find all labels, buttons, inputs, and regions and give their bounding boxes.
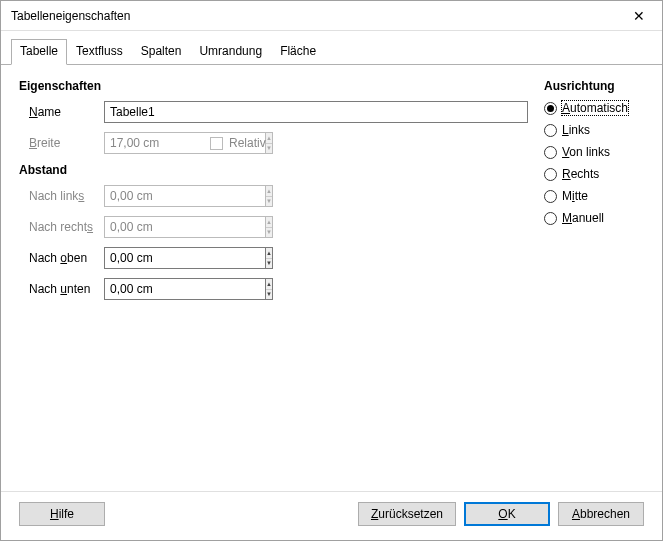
dialog-window: Tabelleneigenschaften ✕ Tabelle Textflus… — [0, 0, 663, 541]
titlebar: Tabelleneigenschaften ✕ — [1, 1, 662, 31]
ok-button[interactable]: OK — [464, 502, 550, 526]
close-button[interactable]: ✕ — [616, 1, 662, 31]
label-nach-links: Nach links — [19, 189, 104, 203]
spin-down-icon[interactable]: ▼ — [266, 259, 272, 269]
nach-oben-input[interactable] — [104, 247, 265, 269]
nach-rechts-spin-buttons: ▲ ▼ — [265, 216, 273, 238]
nach-rechts-spinner: ▲ ▼ — [104, 216, 192, 238]
relativ-checkbox-wrap: Relativ — [210, 136, 266, 150]
reset-button[interactable]: Zurücksetzen — [358, 502, 456, 526]
radio-label-von-links: Von links — [562, 145, 610, 159]
radio-label-mitte: Mitte — [562, 189, 588, 203]
breite-spinner: ▲ ▼ — [104, 132, 192, 154]
tab-umrandung[interactable]: Umrandung — [190, 39, 271, 65]
align-radio-group: Automatisch Links Von links Rechts Mitte — [544, 101, 644, 225]
nach-unten-spinner[interactable]: ▲ ▼ — [104, 278, 192, 300]
help-button[interactable]: Hilfe — [19, 502, 105, 526]
radio-label-rechts: Rechts — [562, 167, 599, 181]
row-nach-rechts: Nach rechts ▲ ▼ — [19, 216, 528, 238]
tab-strip: Tabelle Textfluss Spalten Umrandung Fläc… — [1, 31, 662, 65]
radio-circle-icon — [544, 102, 557, 115]
spin-up-icon: ▲ — [266, 133, 272, 144]
spin-up-icon: ▲ — [266, 186, 272, 197]
nach-unten-input[interactable] — [104, 278, 265, 300]
radio-label-manuell: Manuell — [562, 211, 604, 225]
right-column: Ausrichtung Automatisch Links Von links … — [544, 75, 644, 481]
radio-circle-icon — [544, 168, 557, 181]
radio-von-links[interactable]: Von links — [544, 145, 644, 159]
radio-label-links: Links — [562, 123, 590, 137]
label-breite: Breite — [19, 136, 104, 150]
radio-circle-icon — [544, 212, 557, 225]
nach-oben-spinner[interactable]: ▲ ▼ — [104, 247, 192, 269]
nach-oben-spin-buttons[interactable]: ▲ ▼ — [265, 247, 273, 269]
radio-circle-icon — [544, 146, 557, 159]
section-eigenschaften: Eigenschaften — [19, 79, 528, 93]
tab-tabelle[interactable]: Tabelle — [11, 39, 67, 65]
spin-down-icon: ▼ — [266, 197, 272, 207]
section-ausrichtung: Ausrichtung — [544, 79, 644, 93]
row-nach-links: Nach links ▲ ▼ — [19, 185, 528, 207]
nach-links-input — [104, 185, 265, 207]
spin-down-icon: ▼ — [266, 228, 272, 238]
label-nach-rechts: Nach rechts — [19, 220, 104, 234]
spin-up-icon: ▲ — [266, 217, 272, 228]
cancel-button[interactable]: Abbrechen — [558, 502, 644, 526]
radio-circle-icon — [544, 124, 557, 137]
name-input[interactable] — [104, 101, 528, 123]
tab-textfluss[interactable]: Textfluss — [67, 39, 132, 65]
nach-rechts-input — [104, 216, 265, 238]
radio-manuell[interactable]: Manuell — [544, 211, 644, 225]
nach-links-spin-buttons: ▲ ▼ — [265, 185, 273, 207]
radio-automatisch[interactable]: Automatisch — [544, 101, 644, 115]
spin-down-icon: ▼ — [266, 144, 272, 154]
tab-flaeche[interactable]: Fläche — [271, 39, 325, 65]
close-icon: ✕ — [633, 8, 645, 24]
radio-rechts[interactable]: Rechts — [544, 167, 644, 181]
label-nach-oben: Nach oben — [19, 251, 104, 265]
radio-label-auto: Automatisch — [562, 101, 628, 115]
nach-unten-spin-buttons[interactable]: ▲ ▼ — [265, 278, 273, 300]
spin-up-icon[interactable]: ▲ — [266, 248, 272, 259]
row-name: Name — [19, 101, 528, 123]
row-breite: Breite ▲ ▼ Relativ — [19, 132, 528, 154]
button-bar: Hilfe Zurücksetzen OK Abbrechen — [1, 491, 662, 540]
section-abstand: Abstand — [19, 163, 528, 177]
relativ-checkbox — [210, 137, 223, 150]
radio-circle-icon — [544, 190, 557, 203]
relativ-label: Relativ — [229, 136, 266, 150]
spin-up-icon[interactable]: ▲ — [266, 279, 272, 290]
tab-content: Eigenschaften Name Breite ▲ ▼ Relativ — [1, 65, 662, 491]
left-column: Eigenschaften Name Breite ▲ ▼ Relativ — [19, 75, 528, 481]
nach-links-spinner: ▲ ▼ — [104, 185, 192, 207]
breite-spin-buttons: ▲ ▼ — [265, 132, 273, 154]
spin-down-icon[interactable]: ▼ — [266, 290, 272, 300]
window-title: Tabelleneigenschaften — [11, 9, 130, 23]
row-nach-oben: Nach oben ▲ ▼ — [19, 247, 528, 269]
radio-mitte[interactable]: Mitte — [544, 189, 644, 203]
label-name: Name — [19, 105, 104, 119]
radio-links[interactable]: Links — [544, 123, 644, 137]
tab-spalten[interactable]: Spalten — [132, 39, 191, 65]
row-nach-unten: Nach unten ▲ ▼ — [19, 278, 528, 300]
label-nach-unten: Nach unten — [19, 282, 104, 296]
